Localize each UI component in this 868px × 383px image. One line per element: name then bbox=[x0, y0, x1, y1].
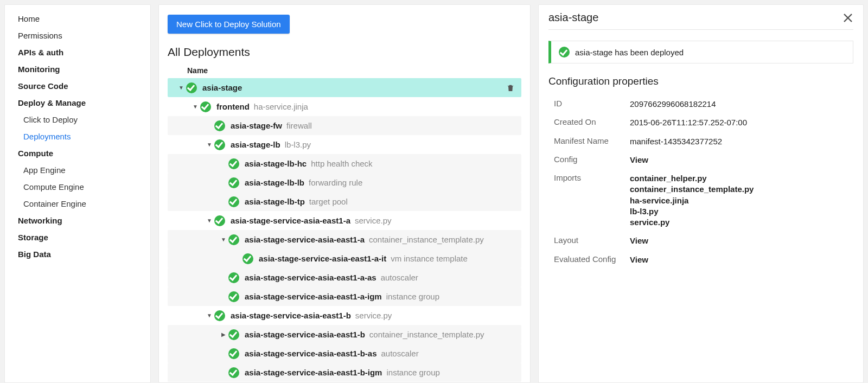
check-circle-icon bbox=[228, 329, 239, 340]
tree-row[interactable]: asia-stage-lb-lbforwarding rule bbox=[168, 173, 521, 192]
tree-row[interactable]: ▶asia-stage-service-asia-east1-bcontaine… bbox=[168, 325, 521, 344]
chevron-down-icon[interactable]: ▼ bbox=[205, 142, 214, 148]
sidebar-item-label: Source Code bbox=[18, 81, 68, 91]
sidebar-item-permissions[interactable]: Permissions bbox=[5, 27, 150, 44]
property-row: Evaluated ConfigView bbox=[548, 251, 853, 269]
tree-node-name: asia-stage-lb bbox=[231, 140, 280, 149]
tree-row[interactable]: asia-stage-fwfirewall bbox=[168, 116, 521, 135]
tree-row[interactable]: ▼asia-stage-service-asia-east1-acontaine… bbox=[168, 230, 521, 249]
chevron-down-icon[interactable]: ▼ bbox=[190, 104, 200, 110]
tree-row[interactable]: asia-stage-service-asia-east1-a-asautosc… bbox=[168, 268, 521, 287]
tree-node-name: asia-stage-service-asia-east1-a-as bbox=[245, 273, 376, 282]
tree-node-name: asia-stage-service-asia-east1-b-as bbox=[245, 349, 376, 358]
sidebar-item-compute-engine[interactable]: Compute Engine bbox=[5, 178, 150, 195]
chevron-right-icon[interactable]: ▶ bbox=[219, 331, 228, 337]
sidebar-item-label: Compute Engine bbox=[23, 182, 84, 192]
tree-node-type: lb-l3.py bbox=[285, 140, 311, 149]
property-key: Imports bbox=[548, 173, 630, 228]
check-circle-icon bbox=[228, 272, 239, 283]
config-props-heading: Configuration properties bbox=[548, 75, 853, 87]
tree-node-name: asia-stage-lb-hc bbox=[245, 159, 307, 168]
new-deploy-button[interactable]: New Click to Deploy Solution bbox=[168, 15, 290, 34]
main-heading: All Deployments bbox=[168, 46, 521, 59]
check-circle-icon bbox=[228, 348, 239, 359]
sidebar-item-apis-auth[interactable]: APIs & auth bbox=[5, 44, 150, 61]
tree-row[interactable]: asia-stage-service-asia-east1-a-igminsta… bbox=[168, 287, 521, 306]
chevron-down-icon[interactable]: ▼ bbox=[205, 218, 214, 224]
notice-text: asia-stage has been deployed bbox=[575, 48, 684, 57]
tree-row[interactable]: asia-stage-service-asia-east1-b-asautosc… bbox=[168, 344, 521, 363]
property-row: ConfigView bbox=[548, 151, 853, 169]
check-circle-icon bbox=[559, 47, 570, 58]
tree-node-name: asia-stage-service-asia-east1-b bbox=[245, 330, 365, 339]
trash-icon[interactable] bbox=[506, 84, 515, 92]
property-row: Created On2015-06-26T11:12:57.252-07:00 bbox=[548, 113, 853, 132]
tree-row[interactable]: ▼asia-stage-service-asia-east1-bservice.… bbox=[168, 306, 521, 325]
property-key: Layout bbox=[548, 235, 630, 246]
tree-row[interactable]: asia-stage-service-asia-east1-b-igminsta… bbox=[168, 363, 521, 382]
property-value[interactable]: View bbox=[630, 155, 648, 165]
sidebar-item-label: APIs & auth bbox=[18, 48, 63, 57]
property-row: Importscontainer_helper.pycontainer_inst… bbox=[548, 169, 853, 232]
tree-row[interactable]: asia-stage-lb-tptarget pool bbox=[168, 192, 521, 211]
tree-node-type: instance group bbox=[386, 292, 439, 301]
tree-node-type: autoscaler bbox=[381, 273, 418, 282]
sidebar-item-source-code[interactable]: Source Code bbox=[5, 78, 150, 94]
check-circle-icon bbox=[214, 310, 225, 321]
tree-row[interactable]: ▼asia-stage-lblb-l3.py bbox=[168, 135, 521, 154]
tree-row[interactable]: asia-stage-lb-hchttp health check bbox=[168, 154, 521, 173]
check-circle-icon bbox=[242, 253, 253, 264]
check-circle-icon bbox=[214, 139, 225, 150]
property-row: Manifest Namemanifest-1435342377252 bbox=[548, 132, 853, 151]
property-key: Manifest Name bbox=[548, 136, 630, 147]
detail-title: asia-stage bbox=[548, 11, 843, 24]
property-key: ID bbox=[548, 99, 630, 110]
property-value: 2015-06-26T11:12:57.252-07:00 bbox=[630, 117, 747, 128]
property-key: Config bbox=[548, 155, 630, 165]
tree-node-name: asia-stage-lb-lb bbox=[245, 178, 304, 187]
tree-row[interactable]: ▼asia-stage bbox=[168, 78, 521, 97]
property-row: ID2097662996068182214 bbox=[548, 95, 853, 113]
sidebar-item-deploy-manage[interactable]: Deploy & Manage bbox=[5, 94, 150, 111]
tree-node-type: service.py bbox=[355, 311, 392, 320]
detail-panel: asia-stage asia-stage has been deployed … bbox=[538, 4, 864, 383]
check-circle-icon bbox=[200, 101, 211, 112]
check-circle-icon bbox=[214, 215, 225, 226]
sidebar-item-storage[interactable]: Storage bbox=[5, 229, 150, 246]
sidebar-item-big-data[interactable]: Big Data bbox=[5, 246, 150, 263]
tree-node-name: asia-stage-service-asia-east1-a-igm bbox=[245, 292, 382, 301]
sidebar-item-label: Permissions bbox=[18, 31, 62, 40]
sidebar-item-monitoring[interactable]: Monitoring bbox=[5, 61, 150, 78]
tree-row[interactable]: asia-stage-service-asia-east1-a-itvm ins… bbox=[168, 249, 521, 268]
tree-row[interactable]: ▼frontendha-service.jinja bbox=[168, 97, 521, 116]
tree-node-type: service.py bbox=[355, 216, 392, 225]
chevron-down-icon[interactable]: ▼ bbox=[205, 312, 214, 318]
tree-node-type: forwarding rule bbox=[309, 178, 362, 187]
close-icon[interactable] bbox=[843, 12, 853, 23]
tree-node-type: autoscaler bbox=[381, 349, 418, 358]
check-circle-icon bbox=[228, 291, 239, 302]
check-circle-icon bbox=[228, 234, 239, 245]
main-panel: New Click to Deploy Solution All Deploym… bbox=[158, 4, 531, 383]
sidebar-item-container-engine[interactable]: Container Engine bbox=[5, 195, 150, 212]
sidebar-item-networking[interactable]: Networking bbox=[5, 212, 150, 229]
sidebar-item-label: Home bbox=[18, 14, 40, 23]
chevron-down-icon[interactable]: ▼ bbox=[219, 237, 228, 242]
property-value[interactable]: View bbox=[630, 254, 648, 265]
sidebar-item-home[interactable]: Home bbox=[5, 10, 150, 27]
chevron-down-icon[interactable]: ▼ bbox=[176, 85, 186, 91]
sidebar-item-compute[interactable]: Compute bbox=[5, 145, 150, 162]
sidebar-item-deployments[interactable]: Deployments bbox=[5, 128, 150, 145]
tree-node-type: http health check bbox=[311, 159, 372, 168]
tree-node-name: asia-stage-lb-tp bbox=[245, 197, 305, 206]
sidebar-item-label: Monitoring bbox=[18, 65, 60, 74]
sidebar-item-app-engine[interactable]: App Engine bbox=[5, 162, 150, 178]
tree-row[interactable]: ▼asia-stage-service-asia-east1-aservice.… bbox=[168, 211, 521, 230]
tree-node-type: container_instance_template.py bbox=[369, 235, 484, 244]
sidebar-item-label: Click to Deploy bbox=[23, 115, 78, 124]
sidebar-item-label: Container Engine bbox=[23, 199, 86, 208]
sidebar-item-label: Compute bbox=[18, 149, 53, 158]
sidebar-item-click-to-deploy[interactable]: Click to Deploy bbox=[5, 111, 150, 128]
name-column-header: Name bbox=[168, 66, 521, 75]
property-value[interactable]: View bbox=[630, 235, 648, 246]
